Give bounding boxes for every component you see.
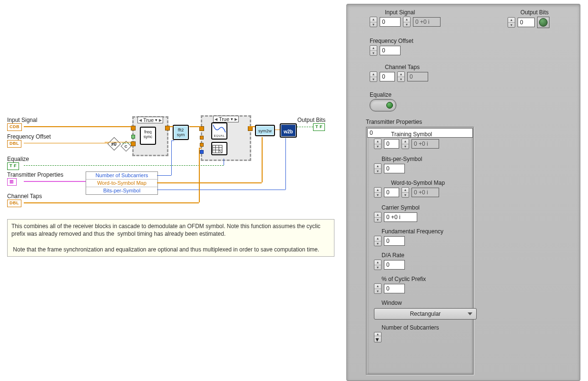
value-spinner[interactable]: ▲▼ <box>374 332 382 342</box>
wire <box>24 181 86 182</box>
wire <box>199 148 202 149</box>
equal-tag: EQUAL <box>212 133 226 138</box>
chan-taps-fp-label: Channel Taps <box>385 64 420 70</box>
wire <box>248 126 255 127</box>
bps-field[interactable]: 0 <box>384 164 405 173</box>
fund-freq-label: Fundamental Frequency <box>382 228 443 235</box>
wire <box>24 126 131 127</box>
value-spinner[interactable]: ▲▼ <box>403 17 411 27</box>
wire <box>122 143 131 144</box>
freq-sync-subvi[interactable]: freq sync <box>140 127 156 145</box>
unbundle-item: Bits-per-Symbol <box>86 187 157 194</box>
led-box <box>537 17 549 28</box>
index-spinner[interactable]: ▲▼ <box>370 71 377 82</box>
chan-taps-label: Channel Taps <box>7 193 42 200</box>
wire <box>171 140 172 175</box>
window-dropdown[interactable]: Rectangular <box>374 308 477 320</box>
wire <box>105 142 131 142</box>
case-dropdown-icon[interactable]: ▾ <box>155 118 157 122</box>
freq-offset-field[interactable]: 0 <box>380 46 401 55</box>
fft2sym-subvi[interactable]: fft2 sym <box>173 125 189 140</box>
tx-props-fp-label: Transmitter Properties <box>366 119 422 125</box>
value-spinner[interactable]: ▲▼ <box>374 212 382 222</box>
bps-label: Bits-per-Symbol <box>382 156 422 162</box>
value-spinner[interactable]: ▲▼ <box>374 163 382 174</box>
front-panel: Input Signal ▲▼ 0 ▲▼ 0 +0 i Output Bits … <box>346 4 580 381</box>
prev-case-icon[interactable]: ◀ <box>139 118 142 122</box>
w2s-val[interactable]: 0 +0 i <box>412 188 439 197</box>
carrier-field[interactable]: 0 +0 i <box>384 212 417 222</box>
next-case-icon[interactable]: ▶ <box>159 118 162 122</box>
equalizer-subvi[interactable]: EQUAL <box>211 122 227 140</box>
darate-field[interactable]: 0 <box>384 260 405 270</box>
dbl-terminal-icon: DBL <box>7 200 21 207</box>
training-sym-label: Training Symbol <box>391 131 432 138</box>
value-spinner[interactable]: ▲▼ <box>374 236 382 246</box>
unbundle-item: Number of Subcarriers <box>86 172 157 180</box>
index-spinner[interactable]: ▲▼ <box>508 17 515 28</box>
wire <box>24 143 108 143</box>
cluster-terminal-icon: ▥ <box>7 178 17 186</box>
index-field[interactable]: 0 <box>384 188 399 197</box>
index-field[interactable]: 0 <box>384 139 399 149</box>
value-spinner[interactable]: ▲▼ <box>374 260 382 270</box>
index-spinner[interactable]: ▲▼ <box>374 139 382 149</box>
window-value: Rectangular <box>410 311 441 317</box>
value-spinner[interactable]: ▲▼ <box>402 139 409 149</box>
wire <box>24 202 199 203</box>
wire <box>199 148 200 202</box>
index-field[interactable]: 0 <box>518 18 535 27</box>
boolean-led-icon <box>539 18 548 27</box>
case-dropdown-icon[interactable]: ▾ <box>231 117 233 121</box>
unbundle-by-name: Number of Subcarriers Word-to-Symbol Map… <box>86 171 158 195</box>
index-spinner[interactable]: ▲▼ <box>374 187 382 198</box>
equalize-label: Equalize <box>7 156 29 162</box>
prev-case-icon[interactable]: ◀ <box>215 117 217 121</box>
cdb-terminal-icon: CDB <box>7 123 22 131</box>
equalize-fp-label: Equalize <box>370 91 392 98</box>
index-field[interactable]: 0 <box>380 72 395 81</box>
wire <box>157 175 171 176</box>
input-signal-label: Input Signal <box>7 117 37 123</box>
next-case-icon[interactable]: ▶ <box>235 117 237 121</box>
fund-freq-field[interactable]: 0 <box>384 236 405 246</box>
value-spinner[interactable]: ▲▼ <box>402 187 409 198</box>
cyclic-label: % of Cyclic Prefix <box>382 276 426 282</box>
dbl-terminal-icon: DBL <box>7 140 21 148</box>
equalize-toggle[interactable] <box>370 99 396 111</box>
complex-value[interactable]: 0 +0 i <box>413 17 441 27</box>
wire <box>157 190 285 190</box>
index-field[interactable]: 0 <box>380 17 401 27</box>
sym2w-subvi[interactable]: sym2w <box>255 125 275 136</box>
cyclic-field[interactable]: 0 <box>384 284 405 293</box>
chevron-down-icon <box>468 312 472 315</box>
index-spinner[interactable]: ▲▼ <box>370 17 377 27</box>
unbundle-item: Word-to-Symbol Map <box>86 180 157 187</box>
block-diagram: Input Signal CDB Frequency Offset DBL Eq… <box>5 0 338 267</box>
wire <box>189 126 201 127</box>
tf-terminal-icon: T F <box>7 162 19 170</box>
window-label: Window <box>382 300 402 306</box>
tx-props-label: Transmitter Properties <box>7 171 63 178</box>
wire <box>171 140 174 141</box>
freq-offset-label: Frequency Offset <box>7 133 51 140</box>
carrier-label: Carrier Symbol <box>382 204 420 211</box>
spin-down-icon[interactable]: ▼ <box>370 22 377 27</box>
value-spinner[interactable]: ▲▼ <box>374 283 382 294</box>
output-bits-fp-label: Output Bits <box>520 9 549 16</box>
tx-props-cluster: Training Symbol ▲▼ 0 ▲▼ 0 +0 i Bits-per-… <box>366 127 474 375</box>
matrix-subvi[interactable] <box>211 142 227 155</box>
spin-up-icon[interactable]: ▲ <box>370 17 377 22</box>
training-sym-val[interactable]: 0 +0 i <box>412 139 439 149</box>
case-selector-1[interactable]: ◀ True ▾ ▶ <box>137 117 163 123</box>
not-equal-zero-icon: ≠0 <box>108 137 121 150</box>
w2b-subvi[interactable]: w2b <box>280 123 297 138</box>
chan-taps-val[interactable]: 0 <box>407 72 428 81</box>
value-spinner[interactable]: ▲▼ <box>397 71 405 82</box>
tf-array-terminal-icon: T F <box>313 123 325 131</box>
case-selector-2[interactable]: ◀ True ▾ ▶ <box>213 116 239 122</box>
wire <box>157 182 262 183</box>
wire <box>285 138 286 190</box>
output-bits-indicator: ▲▼ 0 <box>508 17 549 28</box>
value-spinner[interactable]: ▲▼ <box>370 45 377 56</box>
